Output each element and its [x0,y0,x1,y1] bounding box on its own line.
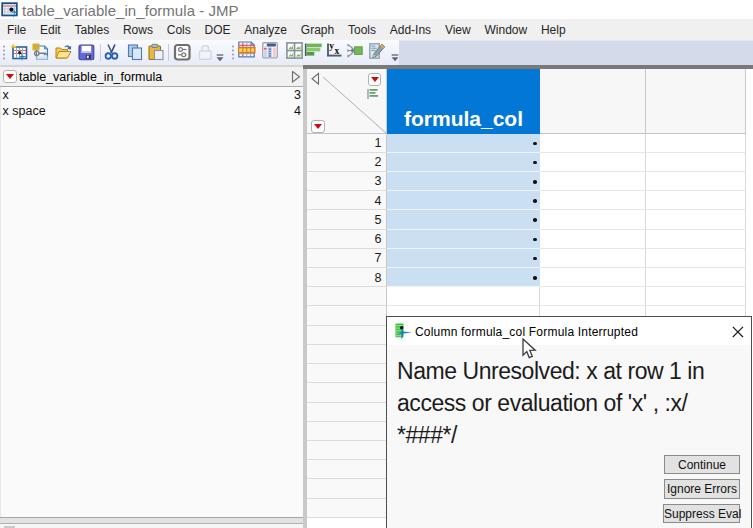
svg-text:x: x [334,46,339,56]
svg-text:y: y [329,43,334,51]
